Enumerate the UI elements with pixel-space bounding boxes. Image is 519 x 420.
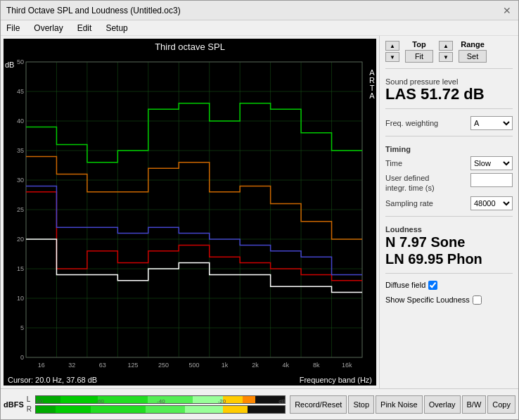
menu-file[interactable]: File (4, 23, 23, 34)
record-reset-button[interactable]: Record/Reset (290, 395, 347, 414)
sampling-label: Sampling rate (385, 199, 433, 208)
top-label: Top (412, 40, 425, 49)
arta-label: ARTA (369, 69, 375, 100)
range-label-group: Range Set (459, 40, 487, 63)
time-dropdown[interactable]: Slow Fast Impulse (470, 156, 513, 170)
pink-noise-button[interactable]: Pink Noise (376, 395, 423, 414)
show-specific-checkbox[interactable] (473, 295, 482, 305)
r-label: R (27, 405, 32, 413)
close-button[interactable]: ✕ (501, 5, 513, 16)
range-down-btn[interactable]: ▼ (439, 52, 453, 62)
menu-edit[interactable]: Edit (75, 23, 95, 34)
range-label: Range (461, 40, 485, 49)
divider-3 (385, 136, 513, 136)
chart-title: Third octave SPL (4, 39, 376, 55)
sampling-row: Sampling rate 48000 44100 96000 (385, 196, 513, 210)
r-meter-bar (35, 405, 286, 414)
action-buttons: Record/Reset Stop Pink Noise Overlay B/W… (290, 395, 515, 414)
diffuse-field-checkbox[interactable] (428, 281, 437, 290)
loudness-section: Loudness N 7.97 Sone LN 69.95 Phon (385, 222, 513, 267)
loudness-n-value: N 7.97 Sone (385, 234, 513, 250)
divider-5 (385, 273, 513, 274)
copy-button[interactable]: Copy (487, 395, 515, 414)
integr-input[interactable]: 10 (470, 173, 513, 187)
chart-area: Third octave SPL dB ARTA Cursor: 20.0 Hz… (4, 39, 376, 386)
loudness-label: Loudness (385, 225, 513, 234)
menu-bar: File Overlay Edit Setup (1, 20, 518, 36)
overlay-button[interactable]: Overlay (424, 395, 461, 414)
show-specific-label: Show Specific Loudness (385, 295, 470, 304)
top-down-btn[interactable]: ▼ (385, 52, 399, 62)
main-window: Third Octave SPL and Loudness (Untitled.… (0, 0, 519, 420)
right-panel: ▲ ▼ Top Fit ▲ ▼ Range Set Sou (379, 36, 518, 388)
time-label: Time (385, 159, 402, 167)
spl-value: LAS 51.72 dB (385, 86, 513, 103)
meter-r-row: R -80 -60 -40 -20 dB (27, 405, 286, 414)
top-label-group: Top Fit (405, 40, 433, 63)
diffuse-field-row: Diffuse field (385, 281, 513, 290)
range-nav-group: ▲ ▼ (439, 41, 453, 62)
sampling-dropdown[interactable]: 48000 44100 96000 (470, 196, 513, 210)
top-controls: ▲ ▼ Top Fit ▲ ▼ Range Set (385, 40, 513, 63)
integr-row: User definedintegr. time (s) 10 (385, 173, 513, 193)
stop-button[interactable]: Stop (348, 395, 374, 414)
show-specific-row: Show Specific Loudness (385, 295, 513, 305)
dbfs-label: dBFS (4, 400, 24, 409)
time-row: Time Slow Fast Impulse (385, 156, 513, 170)
bw-button[interactable]: B/W (462, 395, 487, 414)
freq-label: Frequency band (Hz) (300, 374, 376, 386)
range-up-btn[interactable]: ▲ (439, 41, 453, 51)
chart-wrapper: dB ARTA (4, 55, 376, 374)
bottom-bar: dBFS L -90 -70 -50 -30 -10 dB (1, 388, 518, 419)
r-scale-labels: -80 -60 -40 -20 dB (35, 398, 286, 405)
timing-label: Timing (385, 145, 513, 153)
menu-overlay[interactable]: Overlay (31, 23, 65, 34)
set-button[interactable]: Set (459, 50, 487, 63)
fit-button[interactable]: Fit (405, 50, 433, 63)
meter-container: L -90 -70 -50 -30 -10 dB (27, 395, 286, 414)
l-label: L (27, 395, 32, 403)
diffuse-field-label: Diffuse field (385, 281, 425, 289)
freq-weighting-dropdown[interactable]: A B C Z (470, 116, 513, 130)
freq-weighting-label: Freq. weighting (385, 119, 438, 127)
divider-4 (385, 216, 513, 217)
spl-section: Sound pressure level LAS 51.72 dB (385, 75, 513, 103)
timing-section: Timing Time Slow Fast Impulse User defin… (385, 142, 513, 210)
divider-1 (385, 68, 513, 69)
y-axis-label: dB (5, 61, 14, 69)
loudness-ln-value: LN 69.95 Phon (385, 250, 513, 267)
cursor-info: Cursor: 20.0 Hz, 37.68 dB (4, 374, 101, 386)
title-bar: Third Octave SPL and Loudness (Untitled.… (1, 1, 518, 20)
divider-2 (385, 108, 513, 109)
freq-weighting-row: Freq. weighting A B C Z (385, 116, 513, 130)
integr-label: User definedintegr. time (s) (385, 173, 435, 193)
menu-setup[interactable]: Setup (103, 23, 130, 34)
r-meter: -80 -60 -40 -20 dB (35, 405, 286, 414)
chart-canvas (4, 55, 376, 374)
main-content: Third octave SPL dB ARTA Cursor: 20.0 Hz… (1, 36, 518, 388)
top-nav-group: ▲ ▼ (385, 41, 399, 62)
window-title: Third Octave SPL and Loudness (Untitled.… (6, 6, 181, 15)
top-up-btn[interactable]: ▲ (385, 41, 399, 51)
